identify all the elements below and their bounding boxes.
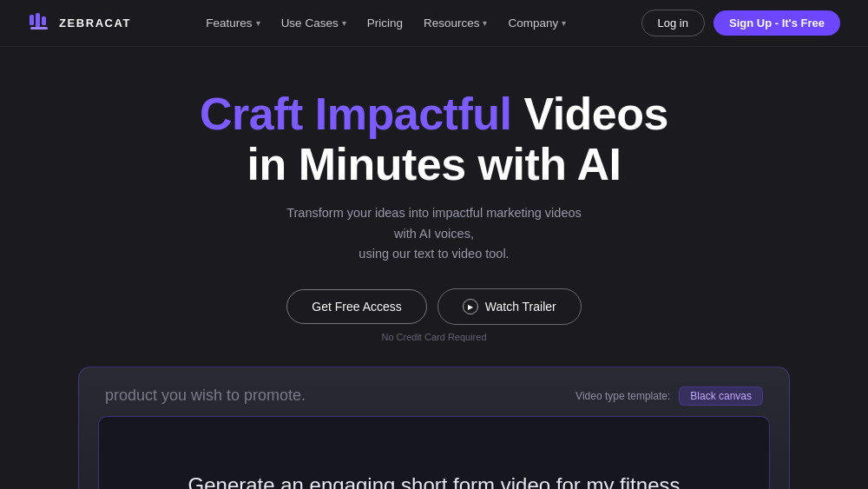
signup-button[interactable]: Sign Up - It's Free [713,10,840,36]
nav-company[interactable]: Company ▾ [499,11,575,35]
get-free-access-button[interactable]: Get Free Access [286,289,426,324]
login-button[interactable]: Log in [641,10,705,36]
video-preview-wrapper: product you wish to promote. Video type … [78,367,790,489]
chevron-down-icon: ▾ [562,18,566,28]
no-credit-card-text: No Credit Card Required [381,332,486,342]
promo-text: product you wish to promote. [105,387,306,405]
logo-text: ZEBRACAT [59,17,131,30]
hero-title-line2: in Minutes with AI [200,139,668,189]
nav-actions: Log in Sign Up - It's Free [641,10,840,36]
video-preview-outer: product you wish to promote. Video type … [78,367,790,489]
play-icon: ▶ [463,299,478,314]
hero-section: Craft Impactful Videos in Minutes with A… [0,47,868,489]
nav-resources[interactable]: Resources ▾ [415,11,496,35]
chevron-down-icon: ▾ [483,18,487,28]
hero-subtitle: Transform your ideas into impactful mark… [278,203,590,264]
nav-features[interactable]: Features ▾ [197,11,268,35]
svg-rect-0 [30,15,34,25]
logo[interactable]: ZEBRACAT [28,11,131,36]
nav-pricing[interactable]: Pricing [358,11,411,35]
hero-title-line1: Craft Impactful Videos [200,89,668,139]
nav-use-cases[interactable]: Use Cases ▾ [273,11,355,35]
hero-title: Craft Impactful Videos in Minutes with A… [200,89,668,189]
chevron-down-icon: ▾ [342,18,346,28]
video-inner: Generate an engaging short form video fo… [98,416,770,489]
chevron-down-icon: ▾ [256,18,260,28]
video-type-tag: Black canvas [679,387,763,406]
nav-links: Features ▾ Use Cases ▾ Pricing Resources… [197,11,575,35]
video-type-label: Video type template: [575,390,670,402]
navbar: ZEBRACAT Features ▾ Use Cases ▾ Pricing … [0,0,868,47]
hero-buttons: Get Free Access ▶ Watch Trailer [286,288,581,325]
svg-rect-1 [36,13,40,27]
watch-trailer-button[interactable]: ▶ Watch Trailer [437,288,582,325]
video-generated-text: Generate an engaging short form video fo… [188,473,681,489]
svg-rect-2 [42,17,46,25]
svg-rect-3 [30,27,48,30]
zebracat-logo-icon [28,11,52,36]
